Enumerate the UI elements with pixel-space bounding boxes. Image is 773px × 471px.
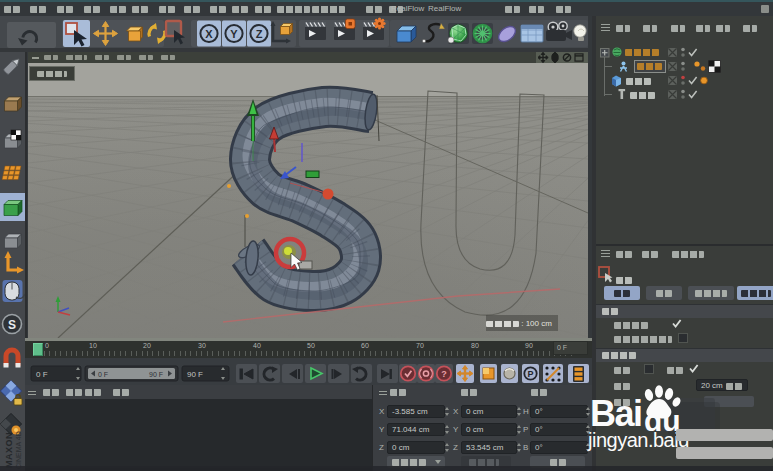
svg-text:Y: Y [230,28,238,40]
svg-text:0 F: 0 F [36,370,48,379]
svg-text:MAXON: MAXON [4,432,14,468]
svg-text:0 F: 0 F [98,371,108,378]
svg-text:90 F: 90 F [149,371,163,378]
svg-text:?: ? [441,369,447,379]
svg-text:Z: Z [256,28,263,40]
svg-text:CINEMA 4D: CINEMA 4D [15,431,22,469]
svg-text:S: S [8,318,16,332]
svg-text:P: P [527,369,533,379]
svg-text:X: X [205,28,213,40]
svg-text:90 F: 90 F [187,370,203,379]
